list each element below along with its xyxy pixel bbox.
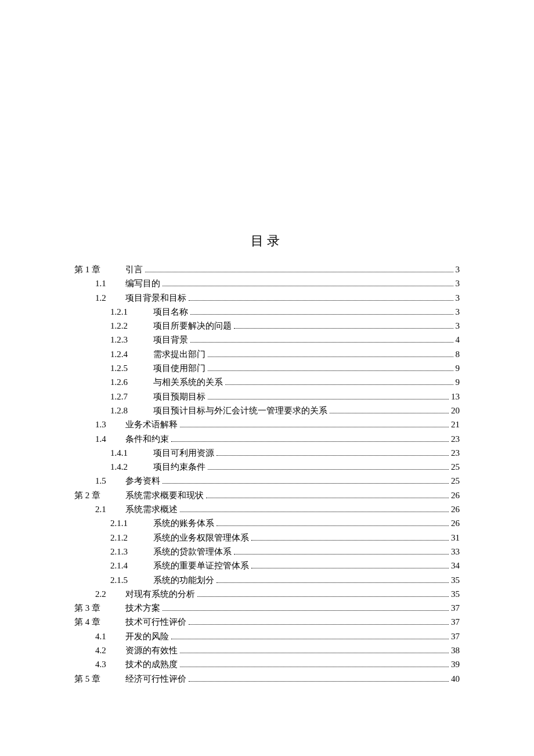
toc-leader [225, 379, 453, 385]
toc-entry-text: 项目预计目标与外汇会计统一管理要求的关系 [153, 404, 327, 417]
toc-entry: 1.4.1项目可利用资源23 [74, 446, 460, 460]
toc-entry-page: 23 [451, 446, 460, 460]
toc-entry-number: 2.1.2 [110, 531, 153, 545]
toc-entry-text: 项目所要解决的问题 [153, 319, 232, 333]
toc-entry: 1.4.2项目约束条件25 [74, 460, 460, 474]
toc-entry-page: 23 [451, 432, 460, 446]
toc-entry-text: 系统需求概述 [125, 502, 178, 516]
toc-entry-page: 26 [451, 502, 460, 516]
toc-entry-text: 项目使用部门 [153, 361, 205, 375]
toc-entry-text: 对现有系统的分析 [125, 587, 195, 601]
toc-leader [189, 676, 449, 682]
toc-leader [208, 365, 453, 371]
toc-entry-text: 系统的功能划分 [153, 573, 214, 587]
toc-entry-page: 3 [456, 319, 460, 333]
toc-leader [206, 492, 449, 498]
toc-leader [180, 506, 449, 512]
toc-entry-text: 资源的有效性 [125, 643, 178, 657]
toc-entry-number: 1.2.3 [110, 333, 153, 347]
toc-entry-number: 第 4 章 [74, 615, 125, 629]
toc-leader [163, 280, 453, 286]
toc-entry-text: 参考资料 [125, 474, 160, 488]
toc-entry-text: 技术的成熟度 [125, 657, 178, 671]
toc-entry-text: 引言 [125, 262, 143, 276]
toc-leader [163, 605, 449, 611]
toc-entry-page: 3 [456, 262, 460, 276]
toc-entry: 2.1.1系统的账务体系26 [74, 516, 460, 530]
toc-entry: 2.1.5系统的功能划分35 [74, 573, 460, 587]
toc-entry-number: 2.2 [95, 587, 125, 601]
toc-entry-number: 2.1.4 [110, 559, 153, 573]
toc-entry-page: 3 [456, 276, 460, 290]
toc-entry-page: 37 [451, 629, 460, 643]
toc-entry-text: 技术方案 [125, 601, 160, 615]
toc-leader [217, 450, 449, 456]
toc-entry-number: 1.2.5 [110, 361, 153, 375]
toc-entry-number: 1.3 [95, 417, 125, 431]
toc-entry-number: 1.4 [95, 432, 125, 446]
toc-entry: 1.2.4需求提出部门8 [74, 347, 460, 361]
toc-entry: 1.4条件和约束23 [74, 432, 460, 446]
toc-entry-number: 1.1 [95, 276, 125, 290]
toc-entry-page: 4 [456, 333, 460, 347]
toc-entry-page: 8 [456, 347, 460, 361]
toc-entry-page: 38 [451, 643, 460, 657]
toc-leader [251, 535, 449, 541]
toc-leader [330, 408, 449, 413]
toc-entry-number: 4.1 [95, 629, 125, 643]
toc-entry-page: 9 [456, 361, 460, 375]
toc-entry-page: 34 [451, 559, 460, 573]
toc-entry-number: 1.2.4 [110, 347, 153, 361]
toc-entry-text: 项目可利用资源 [153, 446, 214, 460]
toc-entry-text: 编写目的 [125, 276, 160, 290]
toc-entry-text: 经济可行性评价 [125, 672, 186, 686]
toc-entry: 2.1.4系统的重要单证控管体系34 [74, 559, 460, 573]
toc-leader [189, 295, 453, 301]
toc-list: 第 1 章引言31.1编写目的31.2项目背景和目标31.2.1项目名称31.2… [74, 262, 460, 686]
toc-entry: 第 2 章系统需求概要和现状26 [74, 488, 460, 502]
toc-entry-text: 与相关系统的关系 [153, 375, 223, 389]
toc-entry: 1.2.3项目背景4 [74, 333, 460, 347]
toc-leader [171, 436, 449, 442]
toc-entry-page: 3 [456, 305, 460, 319]
toc-entry: 1.3业务术语解释21 [74, 417, 460, 431]
toc-entry-page: 26 [451, 516, 460, 530]
toc-entry-page: 26 [451, 488, 460, 502]
toc-entry: 2.1系统需求概述26 [74, 502, 460, 516]
toc-leader [197, 591, 449, 597]
toc-entry-text: 系统需求概要和现状 [125, 488, 204, 502]
toc-entry-number: 1.2.8 [110, 404, 153, 417]
toc-entry-number: 1.2 [95, 291, 125, 305]
toc-entry-text: 系统的重要单证控管体系 [153, 559, 249, 573]
toc-entry-page: 31 [451, 531, 460, 545]
toc-entry: 1.2.2项目所要解决的问题3 [74, 319, 460, 333]
toc-entry: 2.2对现有系统的分析35 [74, 587, 460, 601]
toc-entry: 2.1.2系统的业务权限管理体系31 [74, 531, 460, 545]
toc-leader [251, 563, 449, 568]
toc-entry-number: 2.1.5 [110, 573, 153, 587]
toc-entry-page: 35 [451, 587, 460, 601]
toc-entry-page: 35 [451, 573, 460, 587]
toc-entry-page: 40 [451, 672, 460, 686]
toc-leader [208, 394, 449, 399]
toc-entry-page: 33 [451, 545, 460, 559]
toc-entry-page: 13 [451, 390, 460, 404]
toc-leader [208, 351, 453, 357]
toc-leader [217, 577, 449, 583]
toc-entry: 1.2.8项目预计目标与外汇会计统一管理要求的关系20 [74, 404, 460, 417]
toc-leader [217, 520, 449, 526]
toc-entry-text: 系统的账务体系 [153, 516, 214, 530]
toc-leader [180, 422, 449, 427]
toc-leader [234, 549, 449, 555]
toc-entry-page: 37 [451, 615, 460, 629]
toc-entry: 1.2.6与相关系统的关系9 [74, 375, 460, 389]
toc-entry: 1.2项目背景和目标3 [74, 291, 460, 305]
toc-title: 目录 [74, 232, 460, 250]
toc-leader [208, 464, 449, 470]
toc-leader [145, 267, 453, 272]
toc-entry-number: 1.2.7 [110, 390, 153, 404]
toc-entry-number: 第 3 章 [74, 601, 125, 615]
toc-entry-page: 25 [451, 474, 460, 488]
toc-entry: 第 1 章引言3 [74, 262, 460, 276]
toc-entry: 第 4 章技术可行性评价37 [74, 615, 460, 629]
